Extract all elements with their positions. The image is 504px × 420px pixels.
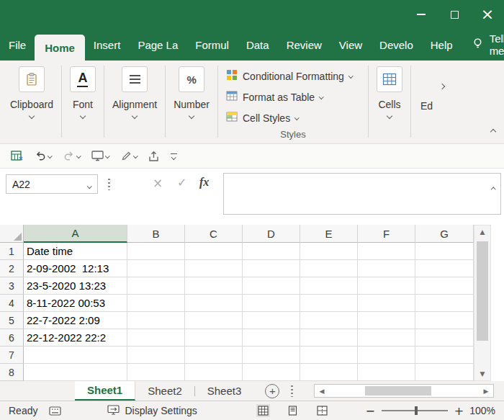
zoom-percentage[interactable]: 100%: [469, 405, 495, 416]
cell[interactable]: [415, 260, 474, 277]
column-header-d[interactable]: D: [243, 225, 300, 243]
cell[interactable]: [358, 329, 415, 347]
tab-developer[interactable]: Develo: [371, 29, 422, 61]
cell[interactable]: [243, 312, 300, 329]
tab-formulas[interactable]: Formul: [186, 29, 238, 61]
number-group-button[interactable]: % Number: [166, 66, 217, 143]
tab-page-layout[interactable]: Page La: [129, 29, 186, 61]
cell[interactable]: [358, 277, 415, 295]
cell[interactable]: [358, 260, 415, 277]
undo-button[interactable]: [31, 148, 55, 164]
scroll-down-icon[interactable]: ▼: [480, 367, 485, 380]
enter-check-icon[interactable]: ✓: [177, 176, 186, 189]
cell-a1[interactable]: Date time: [24, 243, 127, 260]
formula-bar-handle[interactable]: [108, 179, 110, 190]
row-header[interactable]: 6: [0, 329, 24, 347]
cell-a3[interactable]: 23-5-2020 13:23: [24, 277, 127, 295]
cell[interactable]: [358, 347, 415, 364]
cell[interactable]: [243, 329, 300, 347]
column-header-e[interactable]: E: [300, 225, 358, 243]
cell[interactable]: [300, 364, 358, 381]
scroll-up-icon[interactable]: ▲: [480, 225, 485, 238]
cell-a6[interactable]: 22-12-2022 22:2: [24, 329, 127, 347]
font-group-button[interactable]: A Font: [63, 66, 103, 143]
cell[interactable]: [300, 260, 358, 277]
cell[interactable]: [185, 277, 243, 295]
column-header-f[interactable]: F: [358, 225, 415, 243]
tell-me-button[interactable]: Tell me: [472, 29, 504, 61]
cell-a4[interactable]: 8-11-2022 00:53: [24, 295, 127, 312]
page-layout-view-icon[interactable]: [286, 404, 300, 417]
cell[interactable]: [300, 295, 358, 312]
cell[interactable]: [185, 260, 243, 277]
zoom-in-button[interactable]: +: [454, 404, 464, 418]
cell[interactable]: [185, 347, 243, 364]
tab-data[interactable]: Data: [238, 29, 278, 61]
vertical-scroll-thumb[interactable]: [477, 241, 488, 341]
row-header[interactable]: 4: [0, 295, 24, 312]
cell-styles-button[interactable]: Cell Styles: [226, 107, 363, 128]
cell[interactable]: [243, 295, 300, 312]
minimize-button[interactable]: [405, 0, 438, 29]
tab-review[interactable]: Review: [278, 29, 330, 61]
select-all-button[interactable]: [0, 225, 24, 243]
chevron-right-icon[interactable]: [439, 84, 445, 89]
zoom-out-button[interactable]: −: [365, 404, 374, 418]
cell-a5[interactable]: 22-7-2022 2:09: [24, 312, 127, 329]
cell[interactable]: [127, 260, 185, 277]
editing-group[interactable]: Ed: [412, 66, 444, 143]
name-box[interactable]: A22: [6, 174, 98, 194]
row-header[interactable]: 7: [0, 347, 24, 364]
customize-toolbar-button[interactable]: [167, 151, 181, 161]
cells-group-button[interactable]: Cells: [369, 66, 410, 143]
format-as-table-button[interactable]: Format as Table: [226, 86, 363, 107]
column-header-g[interactable]: G: [415, 225, 474, 243]
expand-formula-bar-button[interactable]: [492, 181, 495, 194]
sheet-options-icon[interactable]: [291, 385, 293, 397]
chevron-down-icon[interactable]: [88, 178, 98, 191]
alignment-group-button[interactable]: Alignment: [105, 66, 164, 143]
sheet-tab-sheet2[interactable]: Sheet2: [135, 381, 194, 401]
tab-help[interactable]: Help: [422, 29, 462, 61]
cell[interactable]: [127, 277, 185, 295]
cell[interactable]: [415, 243, 474, 260]
insert-function-button[interactable]: fx: [199, 176, 209, 189]
vertical-scrollbar[interactable]: ▲ ▼: [474, 225, 491, 381]
formula-input[interactable]: [223, 173, 501, 215]
display-settings-button[interactable]: Display Settings: [107, 405, 197, 417]
cell[interactable]: [415, 329, 474, 347]
cell[interactable]: [358, 243, 415, 260]
cell[interactable]: [127, 347, 185, 364]
cell[interactable]: [127, 312, 185, 329]
cell[interactable]: [300, 243, 358, 260]
close-button[interactable]: ×: [471, 0, 504, 29]
cell[interactable]: [300, 347, 358, 364]
cell-a8[interactable]: [24, 364, 127, 381]
share-button[interactable]: [145, 148, 163, 164]
row-header[interactable]: 1: [0, 243, 24, 260]
zoom-slider[interactable]: [382, 410, 448, 411]
cell[interactable]: [243, 364, 300, 381]
macro-record-icon[interactable]: [49, 406, 61, 416]
workbook-button[interactable]: [7, 148, 27, 164]
cell[interactable]: [127, 329, 185, 347]
cell[interactable]: [300, 329, 358, 347]
clipboard-group-button[interactable]: Clipboard: [3, 66, 60, 143]
cell[interactable]: [243, 347, 300, 364]
row-header[interactable]: 2: [0, 260, 24, 277]
cell[interactable]: [185, 364, 243, 381]
tab-insert[interactable]: Insert: [85, 29, 130, 61]
conditional-formatting-button[interactable]: Conditional Formatting: [226, 66, 363, 86]
scroll-right-icon[interactable]: ▶: [479, 388, 493, 395]
cell[interactable]: [415, 364, 474, 381]
tab-view[interactable]: View: [330, 29, 371, 61]
cell[interactable]: [185, 329, 243, 347]
zoom-slider-thumb[interactable]: [415, 406, 418, 415]
cell[interactable]: [415, 277, 474, 295]
cell[interactable]: [127, 364, 185, 381]
cell[interactable]: [415, 347, 474, 364]
row-header[interactable]: 5: [0, 312, 24, 329]
cell-a7[interactable]: [24, 347, 127, 364]
cell[interactable]: [243, 260, 300, 277]
cell[interactable]: [300, 277, 358, 295]
